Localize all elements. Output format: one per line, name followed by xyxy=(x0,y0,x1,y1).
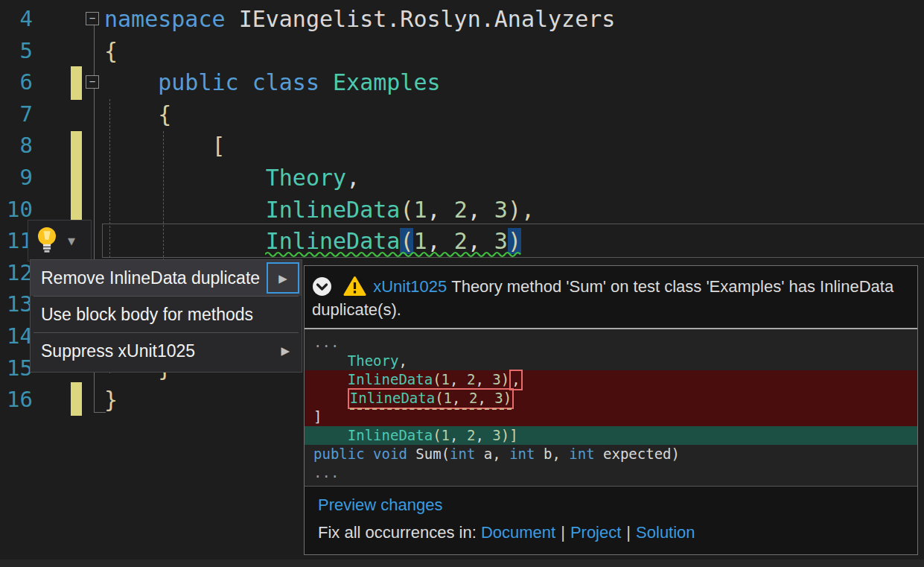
diagnostic-code-link[interactable]: xUnit1025 xyxy=(373,277,447,296)
menu-item-label: Use block body for methods xyxy=(41,305,253,324)
code-segment: ( xyxy=(400,197,413,223)
code-segment: , xyxy=(450,371,467,387)
line-number: 13 xyxy=(0,288,33,320)
quick-actions-lightbulb-button[interactable]: ▼ xyxy=(28,220,92,262)
code-line-9[interactable]: 9 Theory, xyxy=(0,162,924,194)
popup-footer: Preview changes Fix all occurrences in: … xyxy=(305,487,917,545)
code-segment: Examples xyxy=(333,69,441,95)
code-segment: , xyxy=(477,390,494,406)
code-segment: [ xyxy=(104,133,226,159)
diff-removed-box: InlineData(1, 2, 3) xyxy=(348,388,514,409)
code-segment: , xyxy=(346,165,360,191)
fix-scope-link-project[interactable]: Project xyxy=(570,523,621,542)
submenu-arrow-icon[interactable]: ▶ xyxy=(267,262,299,294)
code-segment: 1 xyxy=(413,197,427,223)
menu-item[interactable]: Use block body for methods xyxy=(31,297,302,332)
warning-icon xyxy=(343,276,366,297)
code-segment: 1 xyxy=(442,371,450,387)
code-segment: int xyxy=(450,446,475,462)
diff-line-removed: InlineData(1, 2, 3), xyxy=(305,370,917,389)
line-number: 7 xyxy=(0,98,33,130)
fold-collapse-icon[interactable]: − xyxy=(86,12,99,25)
code-segment: InlineData xyxy=(348,371,433,387)
line-number: 12 xyxy=(0,257,33,289)
diagnostic-preview-popup: xUnit1025Theory method 'Sum' on test cla… xyxy=(304,265,918,555)
menu-item-label: Suppress xUnit1025 xyxy=(41,341,195,361)
code-segment: ( xyxy=(435,390,443,406)
code-text: [ xyxy=(104,130,226,162)
scope-pipe: | xyxy=(555,523,570,542)
horizontal-scrollbar[interactable] xyxy=(0,560,924,567)
line-number: 8 xyxy=(0,130,33,162)
collapse-circle-icon[interactable] xyxy=(312,276,332,297)
preview-changes-link[interactable]: Preview changes xyxy=(318,493,443,517)
submenu-arrow-icon[interactable]: ▶ xyxy=(281,333,290,369)
code-segment: ... xyxy=(313,464,339,481)
line-number: 5 xyxy=(0,35,33,67)
code-segment: expected) xyxy=(595,446,680,462)
code-segment: namespace xyxy=(104,6,239,32)
code-text: { xyxy=(104,98,171,130)
code-text: public class Examples xyxy=(104,66,441,98)
code-line-8[interactable]: 8 [ xyxy=(0,130,924,162)
code-segment: Theory xyxy=(348,352,399,369)
fix-scope-link-document[interactable]: Document xyxy=(481,523,555,542)
code-segment: 3 xyxy=(492,427,500,443)
lightbulb-dropdown-icon[interactable]: ▼ xyxy=(68,235,75,247)
diff-line-removed: ] xyxy=(305,408,917,426)
code-segment: , xyxy=(475,371,492,387)
vs-editor-screen: 4namespace IEvangelist.Roslyn.Analyzers−… xyxy=(0,0,924,567)
code-segment: 1 xyxy=(444,390,452,406)
scope-pipe: | xyxy=(621,523,636,542)
diff-line: public void Sum(int a, int b, int expect… xyxy=(305,445,917,463)
code-segment xyxy=(313,427,348,443)
line-number: 4 xyxy=(0,3,33,35)
code-line-4[interactable]: 4namespace IEvangelist.Roslyn.Analyzers xyxy=(0,3,924,35)
code-segment: InlineData xyxy=(348,427,433,443)
code-line-5[interactable]: 5{ xyxy=(0,35,924,67)
fix-all-row: Fix all occurrences in: Document|Project… xyxy=(318,523,695,542)
code-segment: ( xyxy=(433,427,441,443)
diagnostic-header: xUnit1025Theory method 'Sum' on test cla… xyxy=(305,266,917,328)
code-segment: ) xyxy=(501,371,509,387)
code-line-6[interactable]: 6 public class Examples xyxy=(0,66,924,98)
code-segment xyxy=(104,69,158,95)
fix-scope-link-solution[interactable]: Solution xyxy=(636,523,695,542)
lightbulb-icon xyxy=(35,226,59,256)
code-text: Theory, xyxy=(104,162,360,194)
code-text: namespace IEvangelist.Roslyn.Analyzers xyxy=(104,3,615,35)
menu-item[interactable]: Suppress xUnit1025▶ xyxy=(31,333,302,369)
diff-preview: ... Theory, InlineData(1, 2, 3), InlineD… xyxy=(305,329,917,486)
diff-line-removed: InlineData(1, 2, 3) xyxy=(305,389,917,408)
diff-removed-box: , xyxy=(509,370,522,390)
code-segment: , xyxy=(475,427,492,443)
code-segment: b, xyxy=(535,446,570,462)
code-segment: , xyxy=(468,197,494,223)
code-segment: InlineData xyxy=(266,197,401,223)
code-segment xyxy=(365,446,373,462)
code-line-7[interactable]: 7 { xyxy=(0,98,924,130)
code-segment: InlineData xyxy=(350,390,435,406)
diff-line: ... xyxy=(305,333,917,352)
code-segment: )] xyxy=(501,427,518,443)
code-segment: a, xyxy=(475,446,509,462)
diff-line: Theory, xyxy=(305,352,917,370)
code-segment xyxy=(407,446,415,462)
fold-collapse-icon[interactable]: − xyxy=(86,75,99,89)
code-segment: IEvangelist.Roslyn.Analyzers xyxy=(239,6,616,32)
code-segment xyxy=(104,197,266,223)
code-segment: , xyxy=(427,197,454,223)
menu-item[interactable]: Remove InlineData duplicate▶ xyxy=(31,260,302,296)
code-segment: , xyxy=(450,427,467,443)
code-segment: } xyxy=(104,387,118,413)
code-segment: Theory xyxy=(266,165,346,191)
code-segment: int xyxy=(569,446,594,462)
code-segment: ), xyxy=(508,197,535,223)
code-segment: 1 xyxy=(442,427,450,443)
code-segment: int xyxy=(509,446,535,462)
code-segment: , xyxy=(512,371,520,387)
line-number: 16 xyxy=(0,384,33,416)
code-line-10[interactable]: 10 InlineData(1, 2, 3), xyxy=(0,194,924,226)
code-text: } xyxy=(104,384,118,416)
code-segment: 2 xyxy=(469,390,477,406)
